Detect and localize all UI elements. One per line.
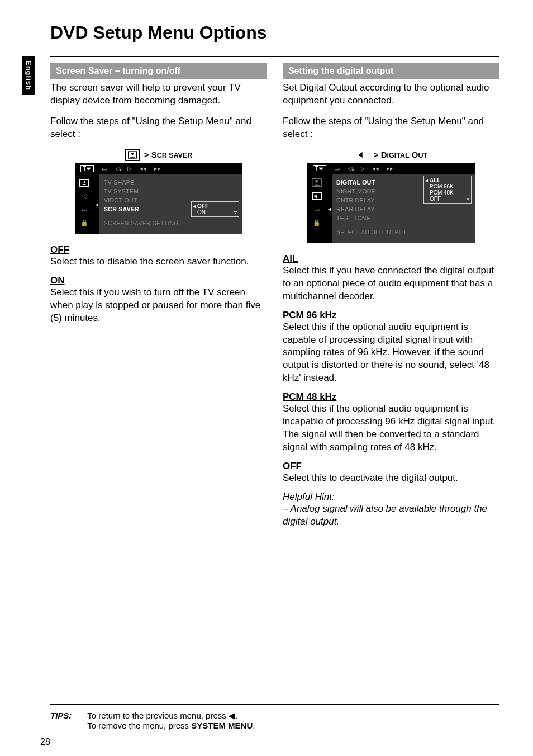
term-block: ON Select this if you wish to turn off t… — [50, 275, 267, 325]
right-osd: T⏷ ▭ ◁𝅘 ▷ ◂◂ ▸▸ ▭ 🔒 ◂ DIG — [307, 163, 475, 243]
helpful-hint-body: – Analog signal will also be available t… — [283, 503, 499, 528]
osd-item: TV SHAPE — [104, 178, 238, 187]
sidebar-person-icon — [79, 179, 89, 187]
osd-tri: ◂ — [94, 174, 99, 234]
topbar-sel-icon: T⏷ — [80, 165, 94, 172]
play-icon: ▷ — [127, 165, 132, 172]
language-tab: English — [22, 56, 35, 95]
left-arrow-icon: ◂ — [193, 203, 196, 209]
right-section-title: Setting the digital output — [283, 63, 499, 79]
crumb-mid: O — [410, 150, 418, 159]
osd-menu: DIGITAL OUT NIGHT MODE CNTR DELAY REAR D… — [332, 174, 475, 243]
osd-item: TV SYSTEM — [104, 187, 238, 196]
footer: TIPS: To return to the previous menu, pr… — [50, 711, 499, 730]
term-title: ON — [50, 275, 267, 286]
sidebar-subtitle-icon: ▭ — [312, 206, 322, 214]
left-triangle-icon: ◀ — [229, 711, 235, 720]
right-breadcrumb: > DIGITAL OUT — [283, 149, 499, 161]
osd-topbar: T⏷ ▭ ◁𝅘 ▷ ◂◂ ▸▸ — [75, 163, 242, 174]
speaker-icon: ◁𝅘 — [348, 165, 352, 172]
page: English DVD Setup Menu Options Screen Sa… — [0, 0, 533, 756]
left-breadcrumb: > SCR SAVER — [50, 149, 267, 161]
term-block: PCM 96 kHz Select this if the optional a… — [283, 310, 499, 385]
footer-line1-pre: To return to the previous menu, press — [87, 711, 229, 720]
left-arrow-icon: ◂ — [425, 177, 428, 183]
left-section-title: Screen Saver – turning on/off — [50, 63, 267, 79]
fastfwd-icon: ▸▸ — [387, 165, 393, 172]
crumb-main: S — [151, 150, 157, 159]
term-block: AlL Select this if you have connected th… — [283, 253, 499, 303]
term-title: OFF — [50, 244, 267, 256]
osd-hint: SELECT AUDIO OUTPUT — [336, 229, 470, 235]
left-column: Screen Saver – turning on/off The screen… — [50, 63, 267, 528]
down-arrow-icon: ▿ — [467, 196, 469, 202]
rewind-icon: ◂◂ — [372, 165, 379, 172]
footer-text: To return to the previous menu, press ◀.… — [87, 711, 255, 730]
fastfwd-icon: ▸▸ — [154, 165, 161, 172]
osd-tri: ◂ — [326, 174, 332, 243]
rewind-icon: ◂◂ — [140, 165, 146, 172]
page-title: DVD Setup Menu Options — [50, 22, 499, 43]
osd-subopt: ALL — [430, 177, 469, 183]
osd-subopt: OFF — [197, 203, 236, 209]
term-body: Select this if the optional audio equipm… — [283, 403, 499, 454]
term-body: Select this if you wish to turn off the … — [50, 286, 267, 325]
osd-body: ◁ ▭ 🔒 ◂ TV SHAPE TV SYSTEM VIDOT OUT SCR… — [75, 174, 242, 234]
osd-item: REAR DELAY — [336, 205, 470, 214]
tips-label: TIPS: — [50, 711, 72, 720]
term-body: Select this to disable the screen saver … — [50, 256, 267, 268]
footer-line2-pre: To remove the menu, press — [87, 721, 191, 730]
term-title: PCM 48 kHz — [283, 391, 499, 403]
sidebar-lock-icon: 🔒 — [79, 219, 89, 227]
footer-rule — [50, 704, 499, 705]
crumb-rest: IGITAL — [387, 152, 410, 159]
left-crumb-text: > SCR SAVER — [144, 150, 193, 159]
term-title: AlL — [283, 253, 499, 264]
osd-subopt: PCM 96K — [430, 183, 469, 190]
left-intro: The screen saver will help to prevent yo… — [50, 82, 267, 107]
osd-sublist: ◂ OFF ON ▿ — [191, 201, 239, 217]
speaker-icon — [355, 149, 369, 161]
right-follow: Follow the steps of "Using the Setup Men… — [283, 115, 499, 141]
title-rule — [50, 56, 499, 57]
term-block: OFF Select this to disable the screen sa… — [50, 244, 267, 268]
left-follow: Follow the steps of "Using the Setup Men… — [50, 115, 267, 141]
topbar-sel-icon: T⏷ — [313, 165, 326, 172]
crumb-prefix: > — [374, 150, 381, 159]
person-icon — [125, 149, 140, 161]
sidebar-lock-icon: 🔒 — [312, 219, 322, 227]
svg-point-1 — [131, 153, 134, 155]
term-title: PCM 96 kHz — [283, 310, 499, 321]
term-title: OFF — [283, 461, 499, 472]
osd-sublist: ◂ ALL PCM 96K PCM 48K OFF ▿ — [423, 176, 472, 204]
osd-subopt: OFF — [430, 196, 469, 202]
osd-item: TEST TONE — [336, 214, 470, 223]
tv-icon: ▭ — [334, 165, 340, 172]
right-column: Setting the digital output Set Digital O… — [283, 63, 499, 528]
sidebar-speaker-icon: ◁ — [79, 192, 89, 200]
tv-icon: ▭ — [102, 165, 107, 172]
osd-hint: SCREEN SAVER SETTING — [104, 220, 238, 226]
footer-line1-post: . — [235, 711, 237, 720]
down-arrow-icon: ▿ — [234, 209, 237, 215]
osd-topbar: T⏷ ▭ ◁𝅘 ▷ ◂◂ ▸▸ — [307, 163, 475, 174]
left-osd: T⏷ ▭ ◁𝅘 ▷ ◂◂ ▸▸ ◁ ▭ 🔒 ◂ TV — [75, 163, 242, 234]
sidebar-speaker-icon — [312, 192, 322, 200]
crumb-prefix: > — [144, 150, 151, 159]
play-icon: ▷ — [360, 165, 364, 172]
sidebar-person-icon — [312, 179, 322, 187]
term-block: OFF Select this to deactivate the digita… — [283, 461, 499, 485]
page-number: 28 — [40, 737, 50, 747]
crumb-rest: UT — [418, 152, 428, 159]
footer-line2-post: . — [253, 721, 255, 730]
osd-sidebar: ▭ 🔒 — [307, 174, 326, 243]
term-block: PCM 48 kHz Select this if the optional a… — [283, 391, 499, 454]
sidebar-subtitle-icon: ▭ — [79, 206, 89, 214]
helpful-hint-title: Helpful Hint: — [283, 492, 499, 503]
right-intro: Set Digital Output according to the opti… — [283, 82, 499, 107]
svg-point-2 — [84, 181, 85, 183]
osd-body: ▭ 🔒 ◂ DIGITAL OUT NIGHT MODE CNTR DELAY … — [307, 174, 475, 243]
osd-subopt: PCM 48K — [430, 190, 469, 196]
speaker-icon: ◁𝅘 — [115, 165, 120, 172]
term-body: Select this if you have connected the di… — [283, 264, 499, 303]
